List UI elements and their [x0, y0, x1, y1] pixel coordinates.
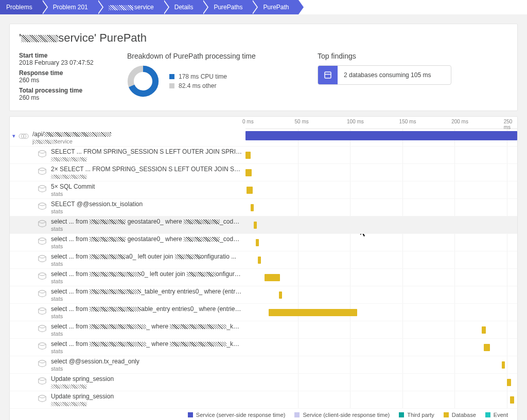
database-icon [37, 219, 48, 228]
timeline-row[interactable]: SELECT @@session.tx_isolationstats [10, 199, 517, 216]
row-main: Update spring_session [51, 393, 242, 400]
row-main: select ... from geostatare0_ where _code… [51, 218, 242, 225]
row-main: select ... from _ where _key=? a... [51, 323, 242, 330]
bar-database [510, 396, 514, 404]
timeline-row[interactable]: select ... from 0_ left outer join onfig… [10, 269, 517, 286]
timeline-row[interactable]: select ... from geostatare0_ where _code… [10, 234, 517, 251]
bar-database [245, 152, 251, 159]
timeline-row[interactable]: select ... from a0_ left outer join onfi… [10, 251, 517, 269]
timeline-row[interactable]: Update spring_session [10, 391, 517, 409]
axis-tick: 200 ms [451, 119, 468, 124]
service-icon [18, 132, 29, 141]
processing-time-label: Total processing time [19, 87, 107, 94]
crumb-service[interactable]: service [97, 0, 163, 14]
response-time-value: 260 ms [19, 77, 107, 84]
database-icon [37, 236, 48, 246]
timeline-row[interactable]: SELECT ... FROM SPRING_SESSION S LEFT OU… [10, 147, 517, 164]
crumb-problems[interactable]: Problems [0, 0, 42, 14]
row-main: select ... from geostatare0_ where _code… [51, 235, 242, 243]
crumb-purepath[interactable]: PurePath [252, 0, 298, 14]
finding-databases[interactable]: 2 databases consuming 105 ms [318, 65, 451, 85]
row-sub: stats [51, 331, 242, 337]
bar-database [254, 222, 257, 229]
legend-swatch [485, 412, 490, 417]
timeline-row[interactable]: 2× SELECT ... FROM SPRING_SESSION S LEFT… [10, 164, 517, 181]
timeline-row[interactable]: select @@session.tx_read_onlystats [10, 356, 517, 374]
timeline-row[interactable]: select ... from _ where _key=? a...stats [10, 339, 517, 356]
row-sub [51, 383, 242, 389]
findings-block: Top findings 2 databases consuming 105 m… [318, 52, 508, 101]
legend-item: Database [444, 412, 476, 418]
breakdown-heading: Breakdown of PurePath processing time [127, 52, 297, 60]
bar-service [245, 131, 517, 140]
start-time-value: 2018 February 23 07:47:52 [19, 59, 107, 66]
database-icon [37, 167, 48, 176]
breakdown-legend: 178 ms CPU time 82.4 ms other [169, 71, 227, 92]
timeline-row[interactable]: Update spring_session [10, 374, 517, 391]
database-icon [37, 184, 48, 193]
processing-time-value: 260 ms [19, 94, 107, 101]
page-title-suffix: service' PurePath [58, 31, 147, 44]
timeline-row[interactable]: 5× SQL Commitstats [10, 181, 517, 199]
legend-swatch [399, 412, 404, 417]
legend-label: Event [494, 412, 508, 418]
legend-label: Service (server-side response time) [196, 412, 286, 418]
row-main: 5× SQL Commit [51, 183, 242, 190]
row-sub [51, 173, 242, 179]
bar-database [279, 291, 282, 299]
bar-database [484, 344, 490, 351]
start-time-label: Start time [19, 52, 107, 59]
legend-swatch [294, 412, 300, 417]
timeline-row[interactable]: select ... from able_entry entries0_ whe… [10, 304, 517, 321]
legend-label: Third party [407, 412, 434, 418]
row-sub: stats [51, 243, 242, 249]
row-sub: stats [51, 348, 242, 354]
expand-toggle[interactable]: ▾ [10, 131, 18, 139]
row-main: Update spring_session [51, 375, 242, 382]
axis-tick: 0 ms [242, 119, 254, 124]
timeline-axis: 0 ms50 ms100 ms150 ms200 ms250 ms [245, 117, 517, 129]
database-icon [37, 149, 48, 158]
database-icon [37, 324, 48, 333]
axis-tick: 250 ms [504, 119, 514, 130]
timeline-card: 0 ms50 ms100 ms150 ms200 ms250 ms ▾/api/… [9, 116, 518, 420]
timeline-row[interactable]: select ... from _ where _key=? a...stats [10, 321, 517, 339]
row-main: select ... from _table_entry entries0_ w… [51, 288, 242, 295]
row-sub: jervice [32, 138, 242, 144]
row-main: SELECT @@session.tx_isolation [51, 200, 242, 208]
findings-heading: Top findings [318, 52, 508, 60]
timeline-body: ▾/api/jerviceSELECT ... FROM SPRING_SESS… [10, 129, 517, 409]
crumb-purepaths[interactable]: PurePaths [202, 0, 252, 14]
row-sub [51, 156, 242, 162]
legend-swatch [169, 83, 174, 88]
bar-database [258, 257, 261, 264]
timeline-row[interactable]: select ... from geostatare0_ where _code… [10, 216, 517, 234]
legend-label: 82.4 ms other [179, 82, 216, 89]
database-icon [37, 254, 48, 263]
crumb-label: service [134, 4, 154, 11]
row-main: /api/ [32, 131, 242, 138]
crumb-label: Details [174, 4, 194, 11]
row-sub: stats [51, 296, 242, 302]
bar-database [482, 326, 486, 334]
crumb-label: PurePaths [214, 4, 242, 11]
bar-database [502, 361, 505, 369]
legend-cpu: 178 ms CPU time [169, 73, 227, 80]
row-sub: stats [51, 191, 242, 197]
timeline-root-row[interactable]: ▾/api/jervice [10, 129, 517, 147]
obscured-text [109, 5, 133, 10]
bar-database [256, 239, 259, 246]
row-main: select ... from a0_ left outer join onfi… [51, 253, 242, 260]
axis-tick: 100 ms [347, 119, 364, 124]
row-sub [51, 400, 242, 407]
legend-swatch [169, 74, 174, 79]
bar-database [269, 309, 358, 316]
timeline-legend: Service (server-side response time)Servi… [10, 409, 517, 418]
breakdown-block: Breakdown of PurePath processing time 17… [127, 52, 297, 101]
meta-block: Start time 2018 February 23 07:47:52 Res… [19, 52, 107, 101]
database-icon [37, 202, 48, 211]
timeline-row[interactable]: select ... from _table_entry entries0_ w… [10, 286, 517, 304]
crumb-problem-id[interactable]: Problem 201 [42, 0, 97, 14]
response-time-label: Response time [19, 69, 107, 77]
bar-database [251, 204, 254, 211]
